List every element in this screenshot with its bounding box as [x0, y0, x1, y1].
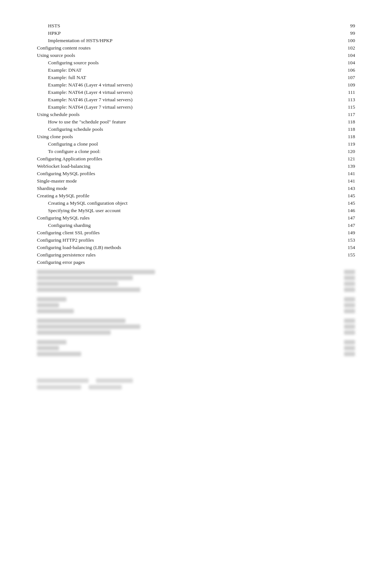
toc-item-text: Specifying the MySQL user account	[37, 207, 314, 214]
toc-row: Configuring HTTP2 profiles153	[37, 237, 355, 244]
toc-item-page: 104	[314, 52, 355, 59]
blurred-row	[37, 270, 355, 274]
toc-row: Single-master mode141	[37, 177, 355, 185]
toc-item-page: 118	[314, 133, 355, 140]
toc-item-page: 139	[314, 163, 355, 170]
toc-row: Example: NAT64 (Layer 7 virtual servers)…	[37, 103, 355, 111]
toc-item-page: 100	[314, 37, 355, 44]
toc-item-page: 147	[314, 214, 355, 222]
toc-item-page: 146	[314, 207, 355, 214]
toc-item-page: 117	[314, 111, 355, 118]
toc-item-text: Configuring MySQL rules	[37, 214, 314, 222]
toc-item-page: 120	[314, 148, 355, 155]
toc-item-page: 119	[314, 140, 355, 148]
toc-row: Configuring load-balancing (LB) methods1…	[37, 244, 355, 251]
page: HSTS99HPKP99Implementation of HSTS/HPKP1…	[0, 0, 392, 421]
blurred-row	[37, 340, 355, 344]
toc-item-text: Example: NAT46 (Layer 7 virtual servers)	[37, 96, 314, 103]
toc-item-page: 104	[314, 59, 355, 67]
toc-row: Implementation of HSTS/HPKP100	[37, 37, 355, 44]
toc-item-text: Single-master mode	[37, 177, 314, 185]
toc-row: Configuring error pages	[37, 259, 355, 266]
blurred-row	[37, 330, 355, 335]
blurred-section	[37, 270, 355, 356]
toc-item-page: 141	[314, 170, 355, 177]
toc-row: HPKP99	[37, 30, 355, 37]
toc-item-text: Configuring client SSL profiles	[37, 229, 314, 237]
toc-item-text: Example: NAT46 (Layer 4 virtual servers)	[37, 81, 314, 89]
blurred-row	[37, 276, 355, 280]
toc-item-page: 111	[314, 89, 355, 96]
toc-row: Specifying the MySQL user account146	[37, 207, 355, 214]
toc-item-text: Configuring persistence rules	[37, 251, 314, 259]
toc-item-page: 145	[314, 200, 355, 207]
blurred-row	[37, 309, 355, 313]
blurred-row	[37, 352, 355, 356]
toc-item-page: 109	[314, 81, 355, 89]
toc-row: How to use the "schedule pool" feature11…	[37, 118, 355, 126]
toc-row: WebSocket load-balancing139	[37, 163, 355, 170]
toc-item-text: Example: NAT64 (Layer 7 virtual servers)	[37, 103, 314, 111]
toc-item-text: Implementation of HSTS/HPKP	[37, 37, 314, 44]
toc-item-page: 113	[314, 96, 355, 103]
toc-row: Using schedule pools117	[37, 111, 355, 118]
blurred-row	[37, 297, 355, 302]
toc-row: Sharding mode143	[37, 185, 355, 192]
toc-item-page: 141	[314, 177, 355, 185]
toc-item-text: Configuring MySQL profiles	[37, 170, 314, 177]
toc-item-page: 102	[314, 44, 355, 52]
footer-blurred	[37, 378, 355, 389]
toc-item-page: 115	[314, 103, 355, 111]
toc-item-text: How to use the "schedule pool" feature	[37, 118, 314, 126]
toc-item-page: 154	[314, 244, 355, 251]
toc-row: Configuring sharding147	[37, 222, 355, 229]
toc-row: Example: full NAT107	[37, 74, 355, 81]
toc-row: Configuring Application profiles121	[37, 155, 355, 163]
toc-item-text: Sharding mode	[37, 185, 314, 192]
blurred-row	[37, 303, 355, 307]
toc-row: Creating a MySQL configuration object145	[37, 200, 355, 207]
toc-item-text: Configuring content routes	[37, 44, 314, 52]
toc-item-text: Example: DNAT	[37, 67, 314, 74]
toc-row: Example: NAT64 (Layer 4 virtual servers)…	[37, 89, 355, 96]
toc-item-text: Using schedule pools	[37, 111, 314, 118]
toc-item-page: 106	[314, 67, 355, 74]
blurred-row	[37, 346, 355, 350]
toc-item-text: Configuring a clone pool	[37, 140, 314, 148]
toc-item-page: 99	[314, 30, 355, 37]
toc-item-page: 155	[314, 251, 355, 259]
toc-item-page: 149	[314, 229, 355, 237]
toc-item-text: Configuring HTTP2 profiles	[37, 237, 314, 244]
toc-item-page: 153	[314, 237, 355, 244]
toc-item-text: WebSocket load-balancing	[37, 163, 314, 170]
toc-row: HSTS99	[37, 22, 355, 30]
toc-row: Configuring content routes102	[37, 44, 355, 52]
toc-item-text: Configuring schedule pools	[37, 126, 314, 133]
toc-table: HSTS99HPKP99Implementation of HSTS/HPKP1…	[37, 22, 355, 266]
toc-item-page: 118	[314, 118, 355, 126]
toc-item-text: Configuring sharding	[37, 222, 314, 229]
toc-item-text: Using source pools	[37, 52, 314, 59]
toc-row: Configuring schedule pools118	[37, 126, 355, 133]
toc-row: Example: NAT46 (Layer 4 virtual servers)…	[37, 81, 355, 89]
toc-item-page: 99	[314, 22, 355, 30]
toc-row: Using clone pools118	[37, 133, 355, 140]
toc-row: Example: NAT46 (Layer 7 virtual servers)…	[37, 96, 355, 103]
toc-item-page: 118	[314, 126, 355, 133]
toc-item-text: To configure a clone pool:	[37, 148, 314, 155]
blurred-row	[37, 282, 355, 286]
footer-row	[37, 385, 355, 389]
toc-row: Configuring a clone pool119	[37, 140, 355, 148]
toc-item-text: Configuring load-balancing (LB) methods	[37, 244, 314, 251]
toc-row: Creating a MySQL profile145	[37, 192, 355, 200]
toc-row: Configuring client SSL profiles149	[37, 229, 355, 237]
toc-row: Example: DNAT106	[37, 67, 355, 74]
blurred-row	[37, 319, 355, 323]
toc-row: To configure a clone pool:120	[37, 148, 355, 155]
toc-item-text: Using clone pools	[37, 133, 314, 140]
toc-row: Configuring source pools104	[37, 59, 355, 67]
toc-row: Configuring MySQL profiles141	[37, 170, 355, 177]
toc-row: Configuring MySQL rules147	[37, 214, 355, 222]
footer-row	[37, 378, 355, 383]
toc-item-page: 121	[314, 155, 355, 163]
